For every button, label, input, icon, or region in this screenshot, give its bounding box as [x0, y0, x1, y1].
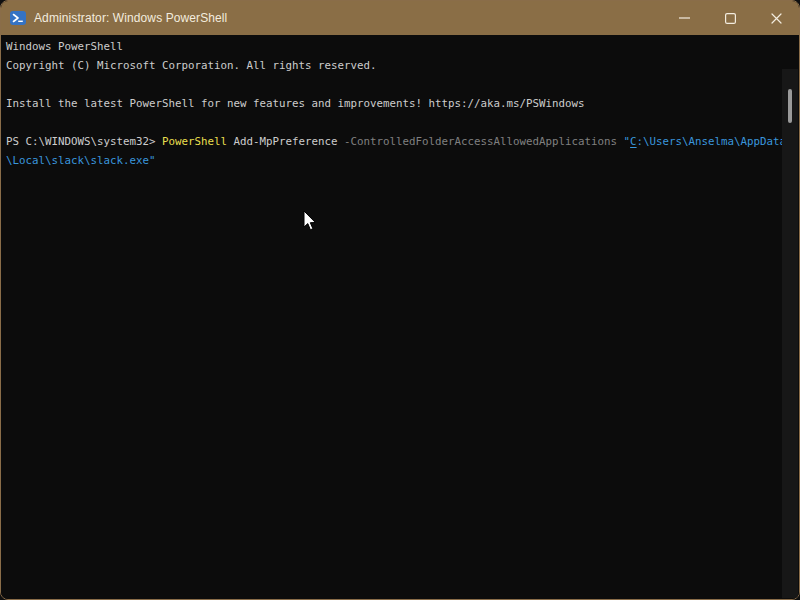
command-string-path: :\Users\Anselma\AppData	[637, 135, 787, 148]
update-notice-text: Install the latest PowerShell for new fe…	[6, 97, 585, 110]
close-button[interactable]	[753, 1, 799, 35]
maximize-button[interactable]	[707, 1, 753, 35]
close-icon	[771, 13, 782, 24]
prompt-text: PS C:\WINDOWS\system32>	[6, 135, 162, 148]
command-string-open: "	[617, 135, 630, 148]
minimize-icon	[679, 17, 690, 19]
titlebar[interactable]: Administrator: Windows PowerShell	[1, 1, 799, 35]
window-title: Administrator: Windows PowerShell	[34, 11, 227, 25]
scrollbar-thumb[interactable]	[788, 89, 792, 123]
banner-line-2: Copyright (C) Microsoft Corporation. All…	[6, 56, 781, 75]
blank-line	[6, 113, 781, 132]
powershell-icon	[10, 10, 26, 26]
command-line-1: PS C:\WINDOWS\system32> PowerShell Add-M…	[6, 132, 781, 151]
command-line-2: \Local\slack\slack.exe"	[6, 151, 781, 170]
update-notice-line: Install the latest PowerShell for new fe…	[6, 94, 781, 113]
vertical-scrollbar[interactable]	[782, 69, 798, 598]
maximize-icon	[725, 13, 736, 24]
banner-text-2: Copyright (C) Microsoft Corporation. All…	[6, 59, 377, 72]
command-executable: PowerShell	[162, 135, 227, 148]
command-string-path-wrapped: \Local\slack\slack.exe"	[6, 154, 156, 167]
command-parameter: -ControlledFolderAccessAllowedApplicatio…	[338, 135, 618, 148]
command-argument: Add-MpPreference	[227, 135, 338, 148]
powershell-window: Administrator: Windows PowerShell Window…	[0, 0, 800, 600]
banner-line-1: Windows PowerShell	[6, 37, 781, 56]
blank-line	[6, 75, 781, 94]
banner-text-1: Windows PowerShell	[6, 40, 123, 53]
minimize-button[interactable]	[661, 1, 707, 35]
terminal-output[interactable]: Windows PowerShell Copyright (C) Microso…	[1, 35, 799, 599]
